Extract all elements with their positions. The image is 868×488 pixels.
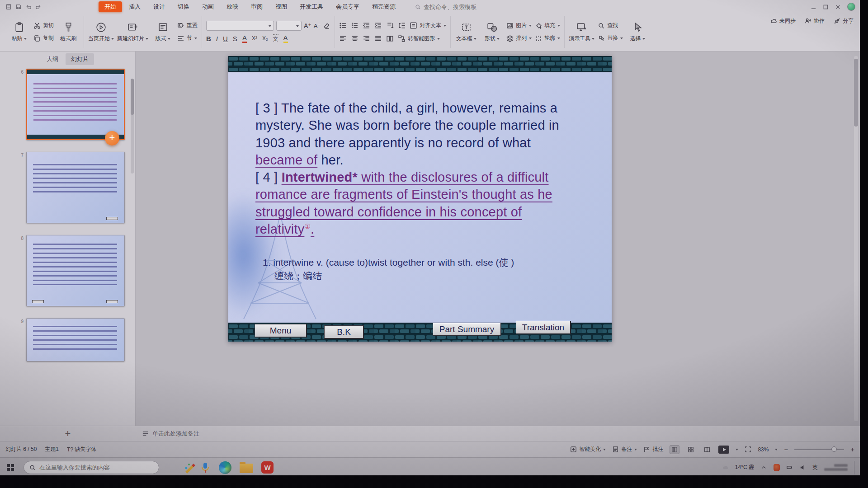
underline-button[interactable]: U xyxy=(223,35,228,42)
new-slide-button[interactable]: 新建幻灯片 xyxy=(117,17,148,47)
zoom-percent[interactable]: 83% xyxy=(758,446,769,453)
tab-animation[interactable]: 动画 xyxy=(196,1,220,12)
align-left-icon[interactable] xyxy=(339,35,347,42)
slide-text-body[interactable]: [ 3 ] The fate of the child, a girl, how… xyxy=(255,99,575,238)
align-center-icon[interactable] xyxy=(351,35,359,42)
normal-view-button[interactable] xyxy=(670,445,679,454)
translation-button[interactable]: Translation xyxy=(516,321,571,334)
paste-button[interactable]: 粘贴 xyxy=(8,17,30,47)
picture-button[interactable]: 图片 xyxy=(506,21,532,30)
tab-home[interactable]: 开始 xyxy=(99,1,122,12)
edge-browser-icon[interactable] xyxy=(219,461,231,474)
shrink-font-button[interactable]: A⁻ xyxy=(314,21,321,30)
show-desktop-button[interactable] xyxy=(854,461,856,474)
voice-input-app-icon[interactable] xyxy=(200,462,211,474)
save-icon[interactable] xyxy=(14,3,23,11)
ink-pen-app-icon[interactable] xyxy=(184,462,195,474)
columns-icon[interactable] xyxy=(386,35,394,42)
zoom-in-button[interactable]: + xyxy=(850,446,854,453)
zoom-caret[interactable] xyxy=(775,449,778,452)
file-explorer-icon[interactable] xyxy=(240,464,253,473)
reset-button[interactable]: 重置 xyxy=(177,21,198,30)
textbox-button[interactable]: 文本框 xyxy=(455,17,477,47)
theme-name[interactable]: 主题1 xyxy=(45,446,59,453)
account-avatar[interactable] xyxy=(847,3,855,11)
taskbar-search-input[interactable] xyxy=(39,464,148,471)
quick-add-slide-button[interactable]: + xyxy=(105,131,119,145)
start-button[interactable] xyxy=(4,461,17,474)
notification-app-icon[interactable] xyxy=(774,464,780,471)
highlight-button[interactable]: A xyxy=(283,34,288,43)
sync-status-button[interactable]: 未同步 xyxy=(770,16,796,25)
fill-button[interactable]: 填充 xyxy=(535,21,560,30)
tab-insert[interactable]: 插入 xyxy=(123,1,146,12)
layout-button[interactable]: 版式 xyxy=(151,17,174,47)
text-direction-icon[interactable] xyxy=(386,22,394,29)
fit-slide-button[interactable] xyxy=(745,445,751,454)
play-from-page-button[interactable]: 当页开始 xyxy=(88,17,114,47)
grow-font-button[interactable]: A⁺ xyxy=(304,21,311,30)
tab-outline-view[interactable]: 大纲 xyxy=(41,53,64,65)
tab-review[interactable]: 审阅 xyxy=(245,1,269,12)
slide-thumbnail-9[interactable] xyxy=(26,318,125,361)
wps-office-icon[interactable]: W xyxy=(261,461,274,474)
replace-button[interactable]: 替换 xyxy=(598,34,623,43)
shapes-button[interactable]: 形状 xyxy=(481,17,503,47)
share-button[interactable]: 分享 xyxy=(834,16,854,25)
justify-icon[interactable] xyxy=(374,35,382,42)
tab-membership[interactable]: 会员专享 xyxy=(330,1,365,12)
superscript-button[interactable]: X² xyxy=(252,35,257,42)
canvas-scrollbar[interactable] xyxy=(854,56,858,421)
missing-font-button[interactable]: T? 缺失字体 xyxy=(67,445,96,454)
slide-thumbnail-8[interactable] xyxy=(26,235,125,306)
reading-view-button[interactable] xyxy=(702,445,712,454)
slide-sorter-view-button[interactable] xyxy=(686,445,696,454)
align-right-icon[interactable] xyxy=(363,35,370,42)
zoom-out-button[interactable]: − xyxy=(784,446,788,453)
strikethrough-button[interactable]: S xyxy=(233,35,237,42)
italic-button[interactable]: I xyxy=(216,35,218,42)
tab-docer[interactable]: 稻壳资源 xyxy=(366,1,401,12)
maximize-icon[interactable] xyxy=(823,4,829,10)
collaborate-button[interactable]: 协作 xyxy=(805,16,825,25)
notes-placeholder-area[interactable]: 单击此处添加备注 xyxy=(136,430,860,438)
comments-button[interactable]: 批注 xyxy=(643,445,663,454)
slideshow-play-button[interactable] xyxy=(718,446,729,454)
add-slide-button[interactable]: + xyxy=(65,428,71,440)
font-name-select[interactable] xyxy=(206,21,274,31)
format-painter-button[interactable]: 格式刷 xyxy=(57,17,80,47)
bullets-icon[interactable] xyxy=(339,22,347,29)
increase-indent-icon[interactable] xyxy=(374,22,382,29)
font-color-button[interactable]: A xyxy=(242,34,247,43)
panel-scrollbar[interactable] xyxy=(131,79,134,174)
copy-button[interactable]: 复制 xyxy=(33,34,54,43)
phonetic-guide-button[interactable]: 文 xyxy=(273,34,278,43)
tray-expand-chevron-icon[interactable] xyxy=(760,464,767,471)
volume-icon[interactable] xyxy=(799,464,806,471)
find-button[interactable]: 查找 xyxy=(598,21,623,30)
subscript-button[interactable]: X₂ xyxy=(262,35,268,42)
clear-format-icon[interactable] xyxy=(323,22,330,30)
command-search-input[interactable] xyxy=(424,4,500,10)
tab-view[interactable]: 视图 xyxy=(269,1,293,12)
weather-temperature[interactable]: 14°C 霾 xyxy=(735,464,754,471)
smart-beautify-button[interactable]: 智能美化 xyxy=(570,445,606,454)
font-size-select[interactable] xyxy=(276,21,302,31)
zoom-slider[interactable] xyxy=(794,449,844,450)
slide-editor[interactable]: [ 3 ] The fate of the child, a girl, how… xyxy=(228,56,612,342)
outline-button[interactable]: 轮廓 xyxy=(535,34,560,43)
play-options-caret[interactable] xyxy=(736,449,738,452)
select-button[interactable]: 选择 xyxy=(626,17,649,47)
file-menu-icon[interactable] xyxy=(5,3,13,11)
tab-design[interactable]: 设计 xyxy=(147,1,171,12)
battery-icon[interactable] xyxy=(786,464,793,471)
present-tools-button[interactable]: 演示工具 xyxy=(569,17,594,47)
tab-devtools[interactable]: 开发工具 xyxy=(294,1,329,12)
line-spacing-icon[interactable] xyxy=(398,22,406,29)
cut-button[interactable]: 剪切 xyxy=(33,21,54,30)
notes-toggle-button[interactable]: 备注 xyxy=(612,445,637,454)
slide-thumbnail-7[interactable] xyxy=(26,152,125,223)
back-button[interactable]: B.K xyxy=(324,325,364,339)
align-text-button[interactable]: 对齐文本 xyxy=(410,21,446,30)
menu-button[interactable]: Menu xyxy=(255,324,307,338)
